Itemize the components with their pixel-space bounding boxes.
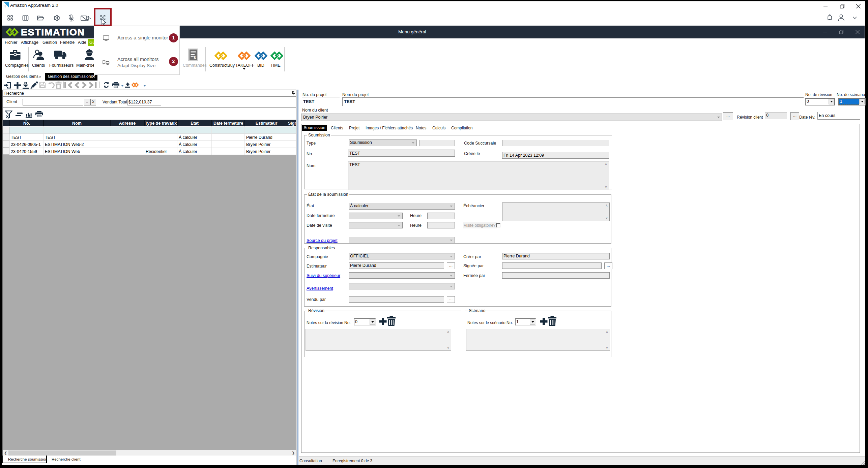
svg-text:$: $ bbox=[194, 56, 196, 60]
